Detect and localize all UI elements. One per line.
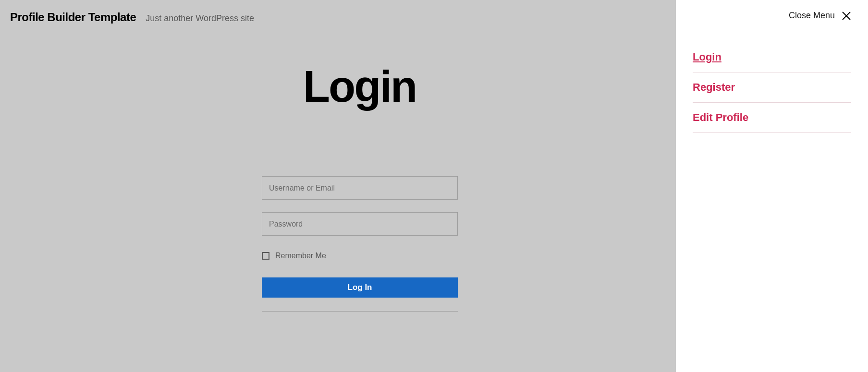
close-icon bbox=[842, 11, 851, 21]
main-content: Profile Builder Template Just another Wo… bbox=[0, 0, 552, 372]
remember-me-row: Remember Me bbox=[262, 252, 458, 260]
menu-link-login[interactable]: Login bbox=[693, 51, 721, 63]
menu-link-edit-profile[interactable]: Edit Profile bbox=[693, 111, 748, 123]
close-menu-label: Close Menu bbox=[789, 11, 835, 21]
side-menu-panel: Close Menu Login Register Edit Profile bbox=[676, 0, 868, 372]
username-input[interactable] bbox=[262, 176, 458, 200]
site-title[interactable]: Profile Builder Template bbox=[10, 11, 136, 24]
close-menu-button[interactable]: Close Menu bbox=[693, 11, 851, 21]
password-input[interactable] bbox=[262, 212, 458, 236]
login-form: Remember Me Log In bbox=[262, 176, 458, 312]
menu-list: Login Register Edit Profile bbox=[693, 42, 851, 133]
menu-item-edit-profile: Edit Profile bbox=[693, 103, 851, 133]
menu-item-register: Register bbox=[693, 72, 851, 103]
site-tagline: Just another WordPress site bbox=[146, 13, 254, 24]
login-button[interactable]: Log In bbox=[262, 277, 458, 298]
form-divider bbox=[262, 311, 458, 312]
menu-item-login: Login bbox=[693, 42, 851, 72]
page-title: Login bbox=[0, 61, 719, 112]
remember-me-checkbox[interactable] bbox=[262, 252, 269, 260]
site-header: Profile Builder Template Just another Wo… bbox=[10, 11, 254, 24]
remember-me-label[interactable]: Remember Me bbox=[275, 252, 326, 260]
menu-link-register[interactable]: Register bbox=[693, 81, 735, 93]
